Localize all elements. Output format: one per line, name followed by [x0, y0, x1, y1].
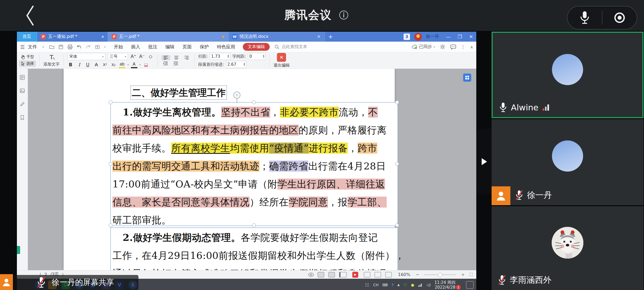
message-icon[interactable] — [450, 44, 456, 50]
font-size-combo[interactable]: 三号▾ — [108, 53, 128, 60]
antivirus-shield-icon[interactable]: 🛡 — [404, 283, 407, 287]
menu-special[interactable]: 特色应用 — [214, 44, 238, 50]
back-icon[interactable] — [25, 5, 35, 26]
collapse-ribbon-icon[interactable]: ∧ — [470, 45, 473, 49]
sync-status[interactable]: 已同步 ▾ — [412, 44, 435, 50]
wps-tab-doc2-active[interactable]: P 五一.pdf * — [108, 32, 228, 42]
underline-button[interactable]: U — [85, 62, 91, 68]
image-panel-icon[interactable] — [20, 88, 25, 93]
paragraph1-textbox[interactable]: 1.做好学生离校管理。坚持不出省，非必要不跨市流动，不前往中高风险地区和有本土病… — [110, 102, 398, 226]
menu-comment[interactable]: 批注 — [145, 44, 160, 50]
wps-user-avatar[interactable] — [414, 33, 422, 41]
menu-protect[interactable]: 保护 — [197, 44, 212, 50]
play-presentation-button[interactable]: ▶ — [352, 272, 358, 278]
add-text-icon[interactable]: T✎ — [50, 54, 53, 61]
subscript-button[interactable]: X₂ — [110, 62, 117, 68]
more-dots-icon[interactable]: ⋮ — [461, 44, 466, 49]
line-spacing-input[interactable]: 1.73 ▲▼ — [210, 53, 230, 60]
wps-user-name[interactable]: 徐一丹 — [426, 34, 439, 39]
gear-icon[interactable] — [440, 44, 445, 50]
find-text-box[interactable]: 点此查找文本 — [275, 44, 307, 50]
handle-bottom-mid[interactable] — [252, 223, 256, 227]
char-spacing-input[interactable]: 0 ▲▼ — [248, 53, 266, 60]
align-left-button[interactable] — [162, 55, 170, 60]
text-edit-mode-pill[interactable]: 文本编辑 — [243, 43, 270, 51]
shrink-font-button[interactable]: A⁻ — [139, 53, 145, 59]
doc-count-badge[interactable]: 3 — [404, 34, 410, 40]
mic-button[interactable] — [568, 6, 602, 29]
indent-decrease-button[interactable] — [172, 61, 180, 66]
grow-font-button[interactable]: A⁺ — [130, 53, 137, 59]
menu-file[interactable]: 文件 — [27, 44, 40, 50]
taskbar-clock[interactable]: 11:24 周四 2022/4/28 1 — [434, 280, 455, 290]
participant-tile-alwine[interactable]: Alwine — [492, 32, 643, 118]
participant-tile-xuyidan[interactable]: 徐一丹 — [492, 119, 643, 205]
print-icon[interactable] — [67, 44, 73, 50]
optimizer-tray-icon[interactable]: ● — [411, 283, 414, 287]
handle-mid-left[interactable] — [109, 162, 112, 166]
shading-bucket-button[interactable]: ⬓ — [143, 62, 149, 68]
superscript-button[interactable]: X² — [102, 62, 108, 68]
paragraph2-textbox[interactable]: 2.做好学生假期动态管理。各学院要做好学生假期去向登记工作，在4月29日16:0… — [110, 227, 398, 270]
layout-facing-icon[interactable] — [339, 272, 347, 277]
bold-button[interactable]: B — [67, 62, 74, 68]
handle-bottom-left[interactable] — [109, 223, 112, 227]
export-icon[interactable] — [95, 44, 100, 50]
floating-tool-icon[interactable] — [463, 74, 471, 82]
window-close-icon[interactable]: ✕ — [469, 34, 473, 39]
rotate-handle[interactable]: ↻ — [233, 92, 240, 103]
undo-icon[interactable] — [76, 44, 82, 50]
handle-top-right[interactable] — [395, 100, 399, 104]
outline-panel-icon[interactable] — [20, 75, 25, 80]
hand-tool[interactable]: 手型 — [19, 54, 36, 60]
taskview-grid-icon[interactable] — [365, 283, 369, 287]
italic-button[interactable]: I — [76, 62, 82, 68]
zoom-out-icon[interactable]: − — [416, 272, 419, 277]
network-signal-icon[interactable] — [418, 283, 423, 287]
exit-edit-button[interactable]: ✕ — [277, 53, 286, 62]
indent-increase-button[interactable] — [162, 61, 170, 66]
add-text-label[interactable]: 添加文字 — [43, 62, 60, 67]
bookmark-panel-icon[interactable] — [20, 115, 25, 120]
sidebar-expand-handle[interactable] — [477, 129, 491, 194]
window-minimize-icon[interactable]: — — [446, 34, 451, 39]
select-tool[interactable]: 选择 — [19, 61, 36, 67]
fit-width-icon[interactable] — [375, 272, 381, 277]
save-icon[interactable] — [58, 44, 64, 50]
wps-tab-doc1[interactable]: P 五一通知.pdf * — [37, 32, 108, 42]
strikethrough-button[interactable]: A — [93, 62, 100, 68]
help-tray-icon[interactable]: ? — [391, 283, 394, 287]
tray-expand-icon[interactable]: ▲ — [397, 283, 400, 287]
tab-close-icon[interactable]: ✕ — [317, 34, 321, 39]
handle-bottom-right[interactable] — [395, 223, 399, 227]
info-icon[interactable] — [339, 10, 349, 20]
wps-tab-home[interactable]: 首页 — [17, 32, 37, 42]
open-folder-icon[interactable] — [49, 44, 54, 50]
eye-preview-icon[interactable] — [308, 273, 314, 277]
align-center-button[interactable] — [172, 56, 180, 60]
participant-tile-liyuhan[interactable]: 李雨涵西外 — [492, 206, 643, 290]
menu-start[interactable]: 开始 — [111, 44, 126, 50]
annotate-panel-icon[interactable] — [20, 102, 25, 107]
menu-page[interactable]: 页面 — [180, 44, 195, 50]
align-right-button[interactable] — [182, 56, 191, 60]
hamburger-icon[interactable]: ☰ — [20, 44, 25, 50]
fit-page-icon[interactable] — [364, 272, 370, 277]
handle-top-mid[interactable] — [252, 100, 256, 104]
first-line-indent-input[interactable]: 2.67 ▲▼ — [226, 61, 246, 68]
record-button[interactable] — [602, 6, 637, 29]
side-pull-tab[interactable] — [17, 246, 20, 254]
zoom-slider[interactable] — [424, 274, 456, 275]
menu-edit[interactable]: 编辑 — [162, 44, 177, 50]
font-name-combo[interactable]: 宋体▾ — [67, 53, 105, 60]
handle-top-left[interactable] — [109, 100, 112, 104]
zoom-in-icon[interactable]: + — [461, 272, 464, 277]
menu-insert[interactable]: 插入 — [128, 44, 143, 50]
input-language[interactable]: CH — [373, 283, 378, 287]
volume-tray-icon[interactable]: ◁) — [426, 283, 431, 287]
keyboard-tray-icon[interactable]: ⌨ — [382, 283, 388, 287]
layout-single-icon[interactable] — [318, 272, 324, 277]
zoom-slider-knob[interactable] — [438, 273, 442, 277]
window-restore-icon[interactable]: ❐ — [458, 34, 462, 39]
layout-continuous-icon[interactable] — [328, 272, 335, 277]
